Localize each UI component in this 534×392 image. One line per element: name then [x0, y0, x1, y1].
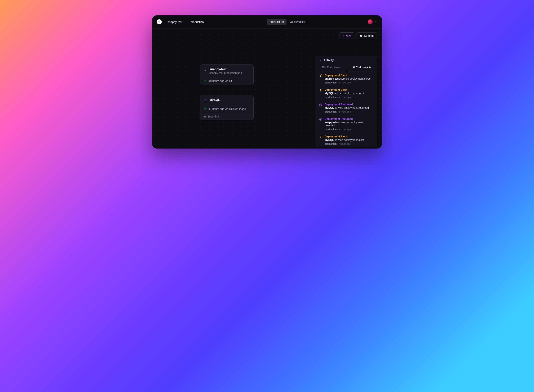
activity-item[interactable]: Deployment Sleptsnappy-test service depl…	[316, 71, 377, 86]
activity-panel: Activity This Environment All Environmen…	[316, 56, 377, 147]
volume-label: rose-disk	[208, 115, 219, 118]
tab-architecture[interactable]: Architecture	[267, 19, 287, 25]
activity-item[interactable]: Deployment SleptMySQL service deployment…	[316, 132, 377, 147]
play-circle-icon	[319, 117, 322, 131]
disk-icon	[203, 115, 206, 118]
service-status: 17 hours ago via Docker Image	[209, 107, 246, 110]
volume-row[interactable]: rose-disk	[200, 113, 253, 120]
activity-item-desc: MySQL service deployment slept	[325, 138, 374, 141]
toolbar: + New Settings	[152, 28, 382, 41]
activity-item-title: Deployment Slept	[325, 88, 374, 91]
moon-icon	[319, 74, 322, 84]
activity-item-meta: production · an hour ago	[325, 96, 374, 98]
activity-title: Activity	[324, 58, 334, 62]
activity-item-desc: MySQL service deployment resumed	[325, 106, 374, 109]
check-circle-icon	[203, 107, 207, 111]
activity-item[interactable]: Deployment SleptMySQL service deployment…	[316, 86, 377, 100]
activity-item-meta: production · 7 hours ago	[325, 143, 374, 145]
breadcrumb-sep: /	[165, 20, 166, 23]
logo[interactable]	[157, 19, 162, 24]
activity-item-desc: MySQL service deployment slept	[325, 92, 374, 95]
play-circle-icon	[319, 103, 322, 113]
activity-item-title: Deployment Slept	[325, 135, 374, 138]
svg-rect-2	[204, 116, 206, 117]
activity-item-title: Deployment Slept	[325, 74, 374, 77]
chevron-down-icon	[205, 21, 207, 23]
check-circle-icon	[203, 79, 207, 83]
railway-icon	[158, 20, 161, 23]
service-status: 18 hours ago via CLI	[209, 79, 233, 83]
breadcrumb-env-label: production	[190, 20, 204, 23]
breadcrumb-env[interactable]: production	[190, 20, 207, 23]
chevron-down-icon	[184, 21, 186, 23]
activity-list: Deployment Sleptsnappy-test service depl…	[316, 71, 377, 147]
chevron-down-icon	[372, 59, 374, 61]
service-card-snappy-test[interactable]: snappy-test snappy-test-production.up.r.…	[200, 64, 254, 85]
activity-item-desc: snappy-test service deployment slept	[325, 77, 374, 80]
activity-item-meta: production · an hour ago	[325, 110, 374, 113]
activity-header[interactable]: Activity	[316, 56, 377, 64]
header: / snappy-test / production Architecture …	[152, 15, 382, 28]
user-area	[368, 19, 377, 24]
svg-point-1	[204, 107, 206, 110]
activity-tab-all-env[interactable]: All Environments	[347, 64, 377, 71]
activity-item-meta: production · an hour ago	[325, 81, 374, 84]
app-window: / snappy-test / production Architecture …	[152, 15, 382, 149]
mysql-icon	[203, 98, 207, 103]
terminal-icon	[203, 68, 207, 71]
tab-observability[interactable]: Observability	[287, 19, 308, 25]
activity-item-title: Deployment Resumed	[325, 103, 374, 106]
breadcrumb-sep: /	[188, 20, 189, 23]
settings-button[interactable]: Settings	[357, 32, 377, 39]
service-subtitle: snappy-test-production.up.r...	[209, 71, 244, 75]
service-title: MySQL	[209, 98, 220, 102]
breadcrumb: / snappy-test / production	[165, 20, 207, 23]
breadcrumb-project-label: snappy-test	[167, 20, 182, 23]
moon-icon	[319, 135, 322, 145]
svg-point-0	[204, 80, 206, 82]
new-button-label: New	[346, 34, 351, 37]
activity-tabs: This Environment All Environments	[316, 64, 377, 71]
activity-item[interactable]: Deployment ResumedMySQL service deployme…	[316, 100, 377, 115]
gear-icon	[359, 34, 362, 37]
activity-tab-this-env[interactable]: This Environment	[316, 64, 347, 71]
activity-item-desc: snappy-test service deployment resumed	[325, 121, 374, 127]
activity-item-meta: production · an hour ago	[325, 128, 374, 131]
activity-icon	[319, 59, 322, 62]
service-title: snappy-test	[209, 68, 244, 71]
chevron-down-icon[interactable]	[375, 20, 377, 23]
activity-item[interactable]: Deployment Resumedsnappy-test service de…	[316, 115, 377, 132]
activity-item-title: Deployment Resumed	[325, 117, 374, 120]
moon-icon	[319, 88, 322, 98]
breadcrumb-project[interactable]: snappy-test	[167, 20, 186, 23]
plus-icon: +	[342, 34, 344, 37]
settings-button-label: Settings	[364, 34, 374, 37]
avatar[interactable]	[368, 19, 373, 24]
new-button[interactable]: + New	[339, 32, 354, 39]
service-card-mysql[interactable]: MySQL 17 hours ago via Docker Image rose…	[200, 95, 254, 120]
canvas[interactable]: snappy-test snappy-test-production.up.r.…	[152, 41, 382, 149]
header-tabs: Architecture Observability	[266, 18, 309, 25]
